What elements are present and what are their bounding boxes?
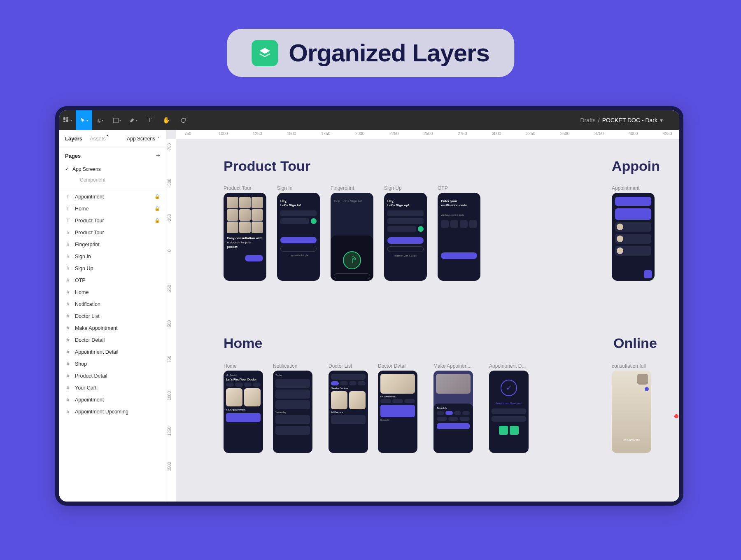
frame-icon: # — [65, 289, 71, 295]
breadcrumb-drafts[interactable]: Drafts — [580, 117, 595, 124]
canvas-content[interactable]: Product Tour Appoin Home Online Product … — [176, 139, 679, 502]
title-badge: Organized Layers — [227, 29, 514, 77]
chevron-down-icon: ▾ — [102, 119, 103, 122]
layer-item[interactable]: #Home — [59, 286, 166, 298]
red-indicator — [674, 414, 678, 418]
frame-icon: # — [65, 325, 71, 331]
figma-window: ▾ ▾ # ▾ ▾ ▾ T ✋ Drafts / POCKET — [55, 106, 683, 506]
frame-label[interactable]: Appointment — [612, 185, 639, 191]
page-selector[interactable]: App Screens ⌃ — [127, 136, 160, 142]
frame-fingerprint[interactable]: Hey, Let's Sign in! — [331, 193, 373, 281]
layer-item[interactable]: #Product Detail — [59, 370, 166, 382]
layer-item[interactable]: #Product Tour — [59, 226, 166, 238]
frame-doctor-detail[interactable]: Dr. Samantha Biography — [378, 371, 417, 453]
frame-appointment-detail[interactable]: ✓ Appointment Confirmed! — [489, 371, 529, 453]
chevron-down-icon: ▾ — [119, 119, 121, 122]
frame-icon: # — [65, 408, 71, 415]
frame-consultation[interactable]: Dr. Samantha — [612, 371, 651, 453]
frame-appointment[interactable] — [612, 193, 655, 281]
frame-label[interactable]: Fingerprint — [331, 185, 354, 191]
frame-icon: # — [98, 117, 101, 124]
frame-label[interactable]: Notification — [273, 363, 297, 369]
layer-item[interactable]: TProduct Tour🔒 — [59, 215, 166, 226]
section-title-product-tour: Product Tour — [224, 158, 310, 174]
svg-rect-2 — [66, 119, 68, 122]
section-title-appointment: Appoin — [612, 158, 660, 174]
text-icon: T — [148, 116, 152, 124]
frame-label[interactable]: OTP — [438, 185, 448, 191]
frame-label[interactable]: Home — [224, 363, 237, 369]
frame-label[interactable]: Appointment D... — [489, 363, 526, 369]
page-item-component[interactable]: Component — [65, 175, 160, 185]
frame-label[interactable]: Doctor Detail — [378, 363, 406, 369]
breadcrumb-file[interactable]: POCKET DOC - Dark — [602, 117, 657, 124]
frame-icon: # — [65, 337, 71, 343]
layer-item[interactable]: THome🔒 — [59, 203, 166, 215]
frame-icon: # — [65, 301, 71, 307]
frame-tool[interactable]: # ▾ — [92, 110, 109, 130]
frame-label[interactable]: Product Tour — [224, 185, 252, 191]
layer-item[interactable]: #Notification — [59, 298, 166, 310]
comment-tool[interactable] — [175, 110, 191, 130]
layer-item[interactable]: #Sign In — [59, 250, 166, 262]
main-menu-button[interactable]: ▾ — [59, 110, 76, 130]
move-tool[interactable]: ▾ — [76, 110, 92, 130]
frame-make-appointment[interactable]: Schedule — [433, 371, 473, 453]
layer-item[interactable]: TAppointment🔒 — [59, 191, 166, 203]
tab-assets[interactable]: Assets — [90, 135, 106, 142]
frame-label[interactable]: Make Appointm... — [433, 363, 472, 369]
chevron-down-icon: ▾ — [136, 119, 137, 122]
frame-icon: # — [65, 277, 71, 283]
tab-layers[interactable]: Layers — [65, 135, 82, 142]
layer-item[interactable]: #Doctor Detail — [59, 334, 166, 346]
frame-label[interactable]: Doctor List — [329, 363, 352, 369]
layer-item[interactable]: #Make Appointment — [59, 322, 166, 334]
frame-icon: # — [65, 265, 71, 271]
layer-item[interactable]: #Fingerprint — [59, 238, 166, 250]
frame-icon: # — [65, 349, 71, 355]
lock-icon: 🔒 — [154, 218, 160, 223]
frame-label[interactable]: consultation full — [612, 363, 646, 369]
pages-header: Pages + — [65, 152, 160, 160]
frame-otp[interactable]: Enter your verification code We have sen… — [438, 193, 480, 281]
chevron-down-icon: ▾ — [86, 119, 88, 122]
ruler-vertical: -750-500-2500250500750100012501500 — [166, 139, 176, 502]
panel-tabs: Layers Assets App Screens ⌃ — [59, 130, 166, 147]
frame-icon: # — [65, 229, 71, 236]
svg-rect-1 — [66, 117, 68, 119]
layer-item[interactable]: #Your Cart — [59, 382, 166, 394]
frame-home[interactable]: Hi, Arushi Let's Find Your Doctor Your A… — [224, 371, 263, 453]
chevron-down-icon: ▾ — [70, 119, 72, 122]
frame-doctor-list[interactable]: Nearby Doctors All Doctors — [329, 371, 368, 453]
hand-tool[interactable]: ✋ — [158, 110, 175, 130]
layers-list[interactable]: TAppointment🔒THome🔒TProduct Tour🔒#Produc… — [59, 188, 166, 502]
frame-icon: # — [65, 253, 71, 259]
layer-item[interactable]: #Appointment — [59, 394, 166, 406]
pen-tool[interactable]: ▾ — [125, 110, 142, 130]
page-item-app-screens[interactable]: App Screens — [65, 164, 160, 175]
layer-item[interactable]: #Doctor List — [59, 310, 166, 322]
add-page-button[interactable]: + — [156, 152, 160, 160]
layer-item[interactable]: #Appointment Detail — [59, 346, 166, 358]
check-icon: ✓ — [501, 380, 517, 396]
rectangle-icon — [113, 118, 119, 123]
title-text: Organized Layers — [289, 39, 489, 67]
shape-tool[interactable]: ▾ — [109, 110, 125, 130]
frame-label[interactable]: Sign Up — [384, 185, 402, 191]
frame-sign-up[interactable]: Hey, Let's Sign up! Register with Google — [384, 193, 427, 281]
comment-icon — [180, 117, 186, 124]
chevron-down-icon[interactable]: ▾ — [660, 117, 663, 124]
pages-section: Pages + App Screens Component — [59, 147, 166, 188]
canvas[interactable]: 7501000125015001750200022502500275030003… — [166, 130, 679, 502]
layer-item[interactable]: #Shop — [59, 358, 166, 370]
frame-notification[interactable]: Today Yesterday — [273, 371, 312, 453]
section-title-home: Home — [224, 335, 262, 351]
frame-sign-in[interactable]: Hey, Let's Sign in! Login with Google — [277, 193, 320, 281]
layer-item[interactable]: #OTP — [59, 274, 166, 286]
frame-product-tour[interactable]: Easy consultation with a doctor in your … — [224, 193, 266, 281]
frame-label[interactable]: Sign In — [277, 185, 292, 191]
layer-item[interactable]: #Appointment Upcoming — [59, 406, 166, 418]
breadcrumb[interactable]: Drafts / POCKET DOC - Dark ▾ — [580, 117, 663, 124]
text-tool[interactable]: T — [142, 110, 158, 130]
layer-item[interactable]: #Sign Up — [59, 262, 166, 274]
